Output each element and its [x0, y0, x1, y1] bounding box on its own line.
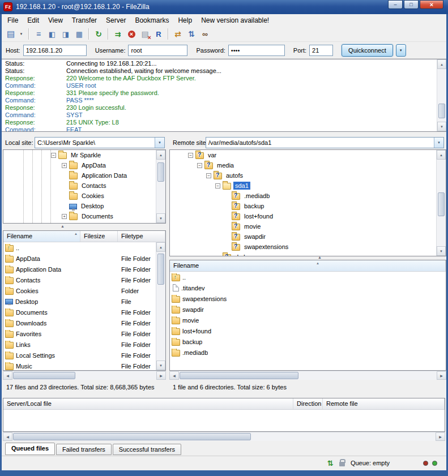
column-header-filename[interactable]: Filename▲ [3, 231, 80, 242]
port-input[interactable] [309, 45, 333, 56]
reconnect-button[interactable] [152, 28, 165, 40]
file-row-lost-found[interactable]: lost+found [170, 325, 446, 336]
speed-limit-icon[interactable] [326, 458, 335, 468]
menu-item-server[interactable]: Server [101, 15, 130, 26]
tab-queued-files[interactable]: Queued files [5, 443, 55, 455]
menu-item-new-version-available[interactable]: New version available! [197, 15, 274, 26]
lock-icon[interactable] [339, 462, 345, 466]
minimize-button[interactable]: – [388, 0, 403, 9]
cancel-button[interactable] [125, 28, 138, 40]
local-site-combo[interactable]: C:\Users\Mr Sparkle\ ▼ [35, 137, 165, 148]
tree-item-var[interactable]: −var [170, 150, 436, 160]
menu-item-view[interactable]: View [44, 15, 67, 26]
file-row-swapextensions[interactable]: swapextensions [170, 293, 446, 304]
tree-item-contacts[interactable]: Contacts [3, 181, 156, 191]
file-row-swapdir[interactable]: swapdir [170, 304, 446, 315]
scroll-left-icon[interactable]: ◀ [169, 371, 179, 380]
site-manager-dropdown-button[interactable]: ▼ [18, 28, 25, 40]
remote-hscrollbar[interactable]: ◀▶ [169, 371, 446, 380]
tree-expander[interactable]: + [62, 163, 67, 168]
tree-item-swapdir[interactable]: swapdir [170, 231, 436, 242]
local-tree-list-splitter[interactable]: ▲ [2, 224, 167, 230]
scroll-thumb[interactable] [157, 162, 164, 182]
collapse-arrow-icon[interactable]: ▲ [318, 255, 322, 259]
quickconnect-button[interactable]: Quickconnect [342, 44, 393, 57]
scroll-down-icon[interactable]: ▼ [437, 122, 446, 131]
file-row-desktop[interactable]: DesktopFile [3, 296, 156, 307]
maximize-button[interactable]: □ [404, 0, 419, 9]
scroll-thumb[interactable] [438, 192, 445, 216]
file-row-application-data[interactable]: Application DataFile Folder [3, 264, 156, 275]
toggle-log-button[interactable] [32, 28, 45, 40]
file-row-favorites[interactable]: FavoritesFile Folder [3, 328, 156, 339]
column-header-server-local-file[interactable]: Server/Local file [3, 398, 293, 409]
menu-item-bookmarks[interactable]: Bookmarks [130, 15, 173, 26]
tree-expander[interactable]: − [188, 153, 193, 158]
scroll-thumb[interactable] [13, 372, 75, 379]
local-list-scrollbar[interactable]: ▲▼ [156, 242, 165, 370]
tree-expander[interactable]: + [62, 214, 67, 219]
find-button[interactable] [198, 28, 212, 40]
password-input[interactable] [228, 45, 285, 56]
scroll-up-icon[interactable]: ▲ [156, 242, 165, 252]
tree-item-mr-sparkle[interactable]: −Mr Sparkle [3, 150, 156, 160]
quickconnect-dropdown-button[interactable]: ▼ [396, 44, 406, 57]
file-row-backup[interactable]: backup [170, 336, 446, 347]
menu-item-edit[interactable]: Edit [23, 15, 44, 26]
collapse-arrow-icon[interactable]: ▲ [61, 224, 65, 228]
tree-item-sda1[interactable]: −sda1 [170, 181, 436, 191]
menu-item-help[interactable]: Help [173, 15, 197, 26]
tree-item-lost-found[interactable]: lost+found [170, 211, 436, 221]
disconnect-button[interactable] [138, 28, 152, 40]
scroll-thumb[interactable] [180, 372, 298, 379]
log-scrollbar[interactable]: ▲▼ [437, 59, 446, 131]
scroll-left-icon[interactable]: ◀ [3, 432, 12, 441]
scroll-down-icon[interactable]: ▼ [156, 213, 165, 223]
host-input[interactable] [23, 45, 87, 56]
file-row-local-settings[interactable]: Local SettingsFile Folder [3, 350, 156, 361]
menu-item-transfer[interactable]: Transfer [67, 15, 101, 26]
scroll-up-icon[interactable]: ▲ [437, 150, 446, 160]
combo-dropdown-icon[interactable]: ▼ [155, 138, 164, 148]
file-row-downloads[interactable]: DownloadsFile Folder [3, 318, 156, 328]
tree-item-media[interactable]: −media [170, 160, 436, 170]
username-input[interactable] [128, 45, 187, 56]
queue-hscrollbar[interactable]: ◀▶ [3, 432, 445, 441]
file-row-mediadb[interactable]: .mediadb [170, 347, 446, 358]
scroll-right-icon[interactable]: ▶ [156, 371, 166, 380]
tree-expander[interactable]: − [51, 153, 56, 158]
file-row-appdata[interactable]: AppDataFile Folder [3, 253, 156, 264]
tree-item-documents[interactable]: +Documents [3, 211, 156, 221]
file-row-item[interactable]: .. [3, 242, 156, 253]
scroll-down-icon[interactable]: ▼ [437, 246, 446, 256]
local-tree-scrollbar[interactable]: ▲▼ [156, 150, 165, 223]
remote-site-combo[interactable]: /var/media/autofs/sda1 ▼ [206, 137, 444, 148]
tree-expander[interactable]: − [206, 173, 211, 178]
tree-item-autofs[interactable]: −autofs [170, 170, 436, 181]
scroll-down-icon[interactable]: ▼ [156, 361, 165, 370]
log-splitter[interactable] [2, 132, 446, 136]
tree-item-cookies[interactable]: Cookies [3, 191, 156, 201]
file-row-titandev[interactable]: .titandev [170, 282, 446, 293]
scroll-right-icon[interactable]: ▶ [436, 432, 445, 441]
tree-item-desktop[interactable]: Desktop [3, 201, 156, 211]
column-header-filetype[interactable]: Filetype [118, 231, 165, 242]
scroll-up-icon[interactable]: ▲ [437, 59, 446, 69]
file-row-music[interactable]: MusicFile Folder [3, 361, 156, 370]
tree-item-appdata[interactable]: +AppData [3, 160, 156, 170]
menu-item-file[interactable]: File [3, 15, 23, 26]
toggle-local-tree-button[interactable] [45, 28, 59, 40]
local-hscrollbar[interactable]: ◀▶ [3, 371, 166, 380]
tree-item-mediadb[interactable]: .mediadb [170, 191, 436, 201]
column-header-direction[interactable]: Direction [293, 398, 323, 409]
tree-expander[interactable]: − [197, 163, 202, 168]
toggle-remote-tree-button[interactable] [59, 28, 72, 40]
tree-expander[interactable]: − [215, 183, 220, 188]
scroll-thumb[interactable] [13, 433, 251, 440]
tree-item-backup[interactable]: backup [170, 201, 436, 211]
column-header-remote-file[interactable]: Remote file [323, 398, 445, 409]
file-row-contacts[interactable]: ContactsFile Folder [3, 275, 156, 285]
compare-button[interactable] [171, 28, 185, 40]
file-row-documents[interactable]: DocumentsFile Folder [3, 307, 156, 318]
file-row-item[interactable]: .. [170, 272, 446, 282]
